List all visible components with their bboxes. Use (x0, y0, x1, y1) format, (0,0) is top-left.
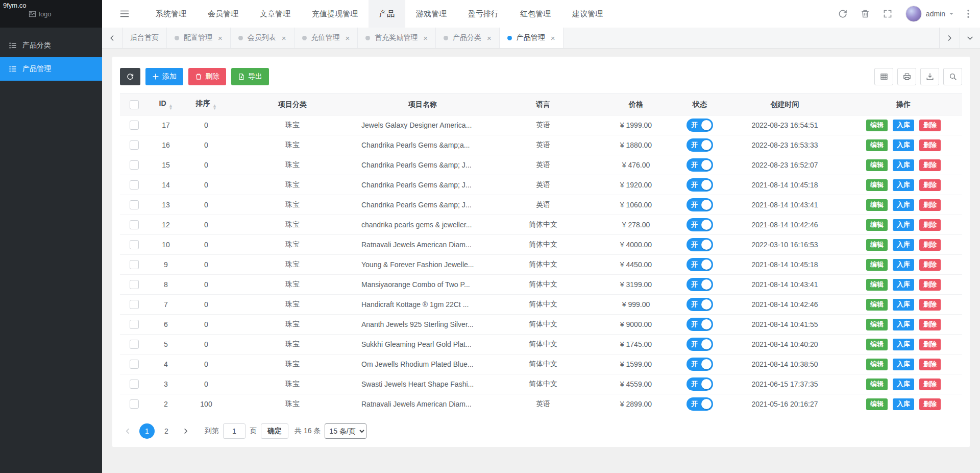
stock-button[interactable]: 入库 (893, 199, 914, 211)
row-checkbox[interactable] (130, 300, 139, 309)
sidebar-item[interactable]: 产品分类 (0, 34, 102, 57)
row-checkbox[interactable] (130, 380, 139, 389)
column-header[interactable]: ID▲▼ (148, 94, 184, 115)
status-toggle[interactable]: 开 (687, 158, 713, 172)
tab-scroll-left-button[interactable] (102, 28, 122, 48)
topnav-item[interactable]: 游戏管理 (405, 0, 457, 28)
topnav-item[interactable]: 盈亏排行 (457, 0, 509, 28)
edit-button[interactable]: 编辑 (866, 359, 888, 370)
tab-close-icon[interactable]: × (487, 34, 492, 42)
tab-scroll-right-button[interactable] (939, 28, 960, 48)
edit-button[interactable]: 编辑 (866, 339, 888, 350)
stock-button[interactable]: 入库 (893, 239, 914, 251)
edit-button[interactable]: 编辑 (866, 219, 888, 231)
sort-icon[interactable]: ▲▼ (169, 104, 173, 110)
stock-button[interactable]: 入库 (893, 398, 914, 410)
refresh-icon[interactable] (838, 9, 847, 18)
tab-item[interactable]: 产品分类× (436, 28, 500, 48)
stock-button[interactable]: 入库 (893, 259, 914, 271)
row-checkbox[interactable] (130, 399, 139, 409)
edit-button[interactable]: 编辑 (866, 299, 888, 311)
edit-button[interactable]: 编辑 (866, 398, 888, 410)
export-button[interactable]: 导出 (231, 68, 269, 85)
topnav-item[interactable]: 系统管理 (145, 0, 197, 28)
topnav-item[interactable]: 文章管理 (249, 0, 301, 28)
add-button[interactable]: 添加 (145, 68, 183, 85)
tab-item[interactable]: 首充奖励管理× (358, 28, 436, 48)
stock-button[interactable]: 入库 (893, 379, 914, 390)
delete-row-button[interactable]: 删除 (919, 219, 941, 231)
edit-button[interactable]: 编辑 (866, 379, 888, 390)
table-refresh-button[interactable] (120, 68, 140, 85)
stock-button[interactable]: 入库 (893, 159, 914, 171)
delete-row-button[interactable]: 删除 (919, 359, 941, 370)
row-checkbox[interactable] (130, 160, 139, 170)
tab-close-icon[interactable]: × (282, 34, 286, 42)
stock-button[interactable]: 入库 (893, 319, 914, 330)
status-toggle[interactable]: 开 (687, 338, 713, 351)
user-menu[interactable]: admin (905, 6, 953, 22)
status-toggle[interactable]: 开 (687, 358, 713, 371)
topnav-item[interactable]: 红包管理 (509, 0, 561, 28)
topnav-item[interactable]: 会员管理 (197, 0, 249, 28)
status-toggle[interactable]: 开 (687, 278, 713, 291)
search-toggle-button[interactable] (943, 68, 962, 85)
edit-button[interactable]: 编辑 (866, 319, 888, 330)
row-checkbox[interactable] (130, 360, 139, 369)
row-checkbox[interactable] (130, 240, 139, 249)
delete-row-button[interactable]: 删除 (919, 179, 941, 191)
status-toggle[interactable]: 开 (687, 138, 713, 152)
topnav-item[interactable]: 建议管理 (561, 0, 614, 28)
header-checkbox[interactable] (130, 100, 139, 109)
tab-item[interactable]: 充值管理× (295, 28, 358, 48)
row-checkbox[interactable] (130, 200, 139, 209)
status-toggle[interactable]: 开 (687, 397, 713, 411)
status-toggle[interactable]: 开 (687, 258, 713, 271)
page-size-select[interactable]: 15 条/页 (325, 423, 366, 439)
sort-icon[interactable]: ▲▼ (213, 104, 217, 110)
tab-close-icon[interactable]: × (551, 34, 555, 42)
page-button[interactable]: 2 (159, 423, 174, 439)
tab-item[interactable]: 后台首页 (122, 28, 167, 48)
status-toggle[interactable]: 开 (687, 238, 713, 251)
row-checkbox[interactable] (130, 260, 139, 269)
delete-row-button[interactable]: 删除 (919, 159, 941, 171)
stock-button[interactable]: 入库 (893, 339, 914, 350)
menu-toggle-button[interactable] (115, 0, 134, 28)
print-button[interactable] (897, 68, 916, 85)
prev-page-button[interactable] (120, 423, 135, 439)
delete-row-button[interactable]: 删除 (919, 139, 941, 151)
stock-button[interactable]: 入库 (893, 120, 914, 131)
status-toggle[interactable]: 开 (687, 198, 713, 211)
edit-button[interactable]: 编辑 (866, 199, 888, 211)
edit-button[interactable]: 编辑 (866, 179, 888, 191)
status-toggle[interactable]: 开 (687, 298, 713, 311)
row-checkbox[interactable] (130, 280, 139, 289)
tab-dropdown-button[interactable] (960, 28, 980, 48)
edit-button[interactable]: 编辑 (866, 159, 888, 171)
row-checkbox[interactable] (130, 180, 139, 190)
columns-toggle-button[interactable] (874, 68, 893, 85)
stock-button[interactable]: 入库 (893, 179, 914, 191)
delete-row-button[interactable]: 删除 (919, 299, 941, 311)
trash-icon[interactable] (861, 9, 870, 18)
edit-button[interactable]: 编辑 (866, 279, 888, 291)
tab-item[interactable]: 会员列表× (231, 28, 295, 48)
delete-row-button[interactable]: 删除 (919, 398, 941, 410)
row-checkbox[interactable] (130, 220, 139, 229)
stock-button[interactable]: 入库 (893, 359, 914, 370)
status-toggle[interactable]: 开 (687, 318, 713, 331)
status-toggle[interactable]: 开 (687, 119, 713, 132)
delete-row-button[interactable]: 删除 (919, 259, 941, 271)
tab-close-icon[interactable]: × (423, 34, 428, 42)
tab-close-icon[interactable]: × (218, 34, 223, 42)
tab-close-icon[interactable]: × (346, 34, 350, 42)
delete-row-button[interactable]: 删除 (919, 339, 941, 350)
stock-button[interactable]: 入库 (893, 219, 914, 231)
stock-button[interactable]: 入库 (893, 299, 914, 311)
delete-row-button[interactable]: 删除 (919, 120, 941, 131)
delete-row-button[interactable]: 删除 (919, 379, 941, 390)
status-toggle[interactable]: 开 (687, 377, 713, 391)
stock-button[interactable]: 入库 (893, 279, 914, 291)
column-header[interactable]: 排序▲▼ (184, 94, 229, 115)
